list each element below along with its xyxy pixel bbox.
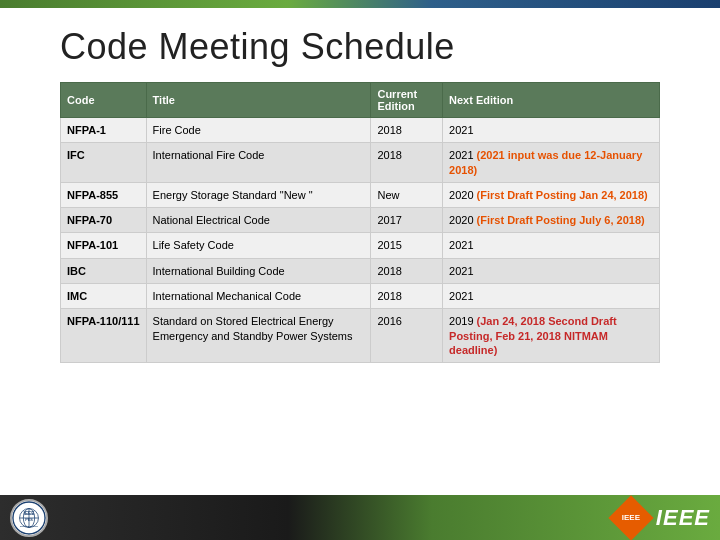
pes-logo-area: IEEE PES Power & Energy <box>10 499 48 537</box>
cell-code: IBC <box>61 258 147 283</box>
table-row: IBCInternational Building Code20182021 <box>61 258 660 283</box>
table-row: IMCInternational Mechanical Code20182021 <box>61 284 660 309</box>
ieee-logo-area: IEEE IEEE <box>606 498 710 538</box>
cell-current: 2018 <box>371 143 443 183</box>
table-header-row: Code Title Current Edition Next Edition <box>61 83 660 118</box>
cell-title: Life Safety Code <box>146 233 371 258</box>
cell-current: 2018 <box>371 284 443 309</box>
top-accent-bar <box>0 0 720 8</box>
col-header-code: Code <box>61 83 147 118</box>
cell-code: NFPA-101 <box>61 233 147 258</box>
table-row: IFCInternational Fire Code20182021 (2021… <box>61 143 660 183</box>
svg-text:Power & Energy: Power & Energy <box>20 524 39 527</box>
cell-next: 2020 (First Draft Posting July 6, 2018) <box>443 208 660 233</box>
cell-next: 2021 <box>443 233 660 258</box>
cell-current: 2018 <box>371 258 443 283</box>
pes-logo-circle: IEEE PES Power & Energy <box>10 499 48 537</box>
table-row: NFPA-110/111Standard on Stored Electrica… <box>61 309 660 363</box>
svg-text:PES: PES <box>25 517 33 521</box>
cell-current: New <box>371 182 443 207</box>
cell-title: Standard on Stored Electrical Energy Eme… <box>146 309 371 363</box>
cell-title: International Mechanical Code <box>146 284 371 309</box>
ieee-text: IEEE <box>656 505 710 531</box>
page-title: Code Meeting Schedule <box>0 8 720 82</box>
cell-code: NFPA-1 <box>61 118 147 143</box>
cell-title: International Fire Code <box>146 143 371 183</box>
table-row: NFPA-70National Electrical Code20172020 … <box>61 208 660 233</box>
table-row: NFPA-101Life Safety Code20152021 <box>61 233 660 258</box>
col-header-next: Next Edition <box>443 83 660 118</box>
cell-next: 2021 <box>443 118 660 143</box>
schedule-table-container: Code Title Current Edition Next Edition … <box>0 82 720 363</box>
cell-code: NFPA-855 <box>61 182 147 207</box>
cell-current: 2016 <box>371 309 443 363</box>
bottom-bar: IEEE PES Power & Energy IEEE IEEE <box>0 495 720 540</box>
cell-title: International Building Code <box>146 258 371 283</box>
cell-next: 2021 (2021 input was due 12-January 2018… <box>443 143 660 183</box>
cell-next: 2021 <box>443 284 660 309</box>
cell-title: Fire Code <box>146 118 371 143</box>
col-header-current: Current Edition <box>371 83 443 118</box>
cell-title: National Electrical Code <box>146 208 371 233</box>
cell-title: Energy Storage Standard "New " <box>146 182 371 207</box>
cell-code: NFPA-70 <box>61 208 147 233</box>
schedule-table: Code Title Current Edition Next Edition … <box>60 82 660 363</box>
col-header-title: Title <box>146 83 371 118</box>
cell-code: NFPA-110/111 <box>61 309 147 363</box>
cell-next: 2021 <box>443 258 660 283</box>
cell-next: 2019 (Jan 24, 2018 Second Draft Posting,… <box>443 309 660 363</box>
cell-current: 2017 <box>371 208 443 233</box>
table-row: NFPA-1Fire Code20182021 <box>61 118 660 143</box>
table-row: NFPA-855Energy Storage Standard "New "Ne… <box>61 182 660 207</box>
cell-current: 2015 <box>371 233 443 258</box>
cell-code: IMC <box>61 284 147 309</box>
cell-current: 2018 <box>371 118 443 143</box>
svg-text:IEEE: IEEE <box>24 511 35 516</box>
cell-code: IFC <box>61 143 147 183</box>
cell-next: 2020 (First Draft Posting Jan 24, 2018) <box>443 182 660 207</box>
